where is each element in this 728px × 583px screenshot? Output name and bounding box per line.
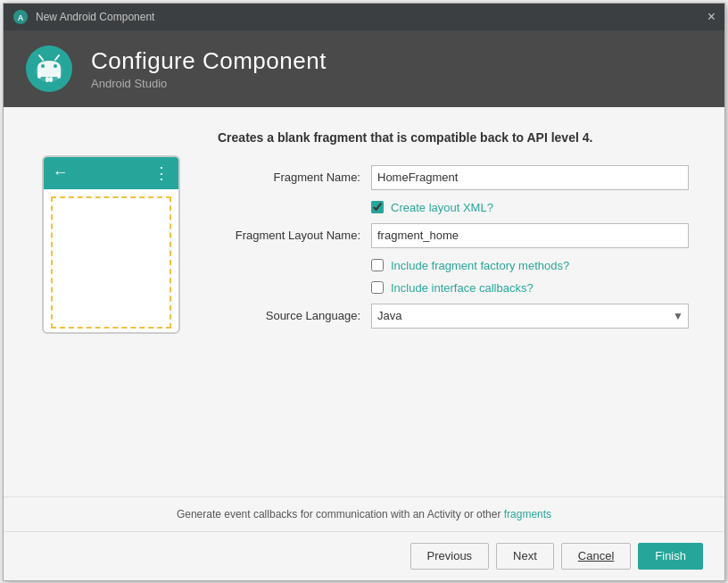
cancel-button[interactable]: Cancel xyxy=(561,543,631,570)
svg-rect-11 xyxy=(49,77,53,82)
header-title: Configure Component xyxy=(91,47,327,75)
close-button[interactable]: × xyxy=(707,10,716,24)
phone-preview: ← ⋮ xyxy=(42,155,180,334)
create-layout-checkbox[interactable] xyxy=(371,201,384,213)
description-text: Creates a blank fragment that is compati… xyxy=(218,129,689,147)
phone-menu-icon: ⋮ xyxy=(153,163,170,183)
footer: Previous Next Cancel Finish xyxy=(4,531,724,580)
left-panel: ← ⋮ xyxy=(39,129,182,475)
factory-methods-row: Include fragment factory methods? xyxy=(371,259,689,272)
previous-button[interactable]: Previous xyxy=(410,543,490,570)
factory-methods-label[interactable]: Include fragment factory methods? xyxy=(391,259,569,272)
interface-callbacks-label[interactable]: Include interface callbacks? xyxy=(391,281,534,295)
fragment-layout-name-row: Fragment Layout Name: xyxy=(218,223,689,248)
create-layout-row: Create layout XML? xyxy=(371,201,689,214)
source-language-label: Source Language: xyxy=(218,309,360,322)
dialog-window: A New Android Component × Configure Comp… xyxy=(3,3,725,581)
content-area: ← ⋮ Creates a blank fragment that is com… xyxy=(4,107,724,531)
svg-rect-8 xyxy=(37,72,41,79)
header-subtitle: Android Studio xyxy=(91,77,327,90)
svg-rect-10 xyxy=(46,77,49,82)
bottom-link-text: Generate event callbacks for communicati… xyxy=(177,508,551,521)
source-language-row: Source Language: Java Kotlin ▼ xyxy=(218,304,689,329)
title-bar-left: A New Android Component xyxy=(12,9,154,25)
header-texts: Configure Component Android Studio xyxy=(91,47,327,90)
window-title: New Android Component xyxy=(36,11,154,23)
svg-point-4 xyxy=(41,64,45,68)
phone-top-bar: ← ⋮ xyxy=(44,157,178,189)
svg-point-5 xyxy=(54,64,57,68)
phone-back-icon: ← xyxy=(53,163,69,182)
phone-content-area xyxy=(51,196,171,329)
bottom-link-area: Generate event callbacks for communicati… xyxy=(4,496,724,531)
create-layout-label[interactable]: Create layout XML? xyxy=(391,201,493,214)
android-studio-icon: A xyxy=(12,9,29,25)
fragments-link[interactable]: fragments xyxy=(504,508,551,521)
interface-callbacks-checkbox[interactable] xyxy=(371,281,384,294)
interface-callbacks-row: Include interface callbacks? xyxy=(371,281,689,295)
fragment-layout-name-label: Fragment Layout Name: xyxy=(218,229,360,242)
title-bar: A New Android Component × xyxy=(4,4,724,30)
fragment-name-row: Fragment Name: xyxy=(218,165,689,190)
source-language-select[interactable]: Java Kotlin xyxy=(371,304,689,329)
fragment-name-input[interactable] xyxy=(371,165,689,190)
fragment-name-label: Fragment Name: xyxy=(218,171,360,184)
finish-button[interactable]: Finish xyxy=(638,543,703,570)
factory-methods-checkbox[interactable] xyxy=(371,259,384,271)
main-area: ← ⋮ Creates a blank fragment that is com… xyxy=(4,107,724,496)
svg-text:A: A xyxy=(18,13,24,22)
svg-rect-9 xyxy=(57,72,61,79)
fragment-layout-name-input[interactable] xyxy=(371,223,689,248)
next-button[interactable]: Next xyxy=(496,543,554,570)
android-logo xyxy=(25,45,73,93)
dialog-header: Configure Component Android Studio xyxy=(4,30,724,107)
right-panel: Creates a blank fragment that is compati… xyxy=(218,129,689,475)
source-language-select-wrapper: Java Kotlin ▼ xyxy=(371,304,689,329)
